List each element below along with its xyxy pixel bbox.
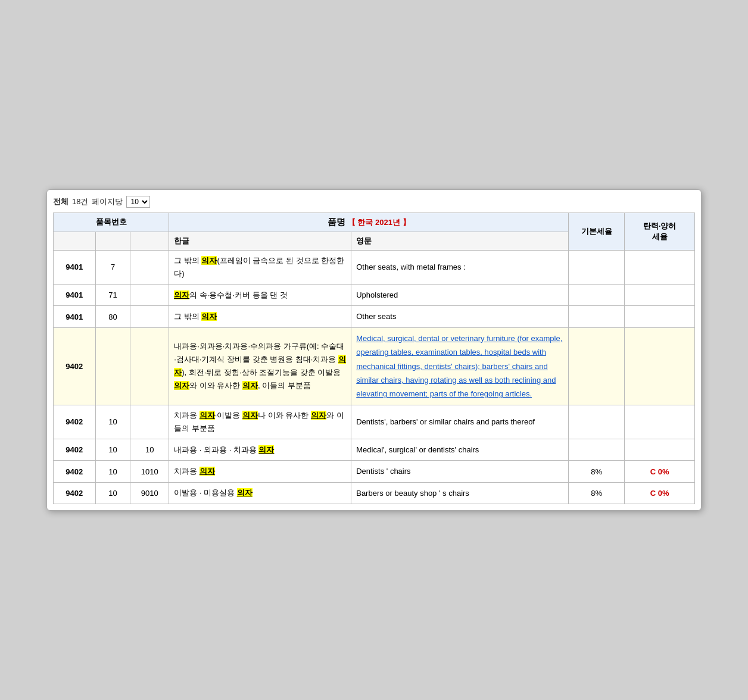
col-sub-code3 — [130, 232, 169, 250]
per-page-label: 페이지당 — [92, 196, 123, 207]
table-row: 94021010내과용 · 외과용 · 치과용 의자Medical', surg… — [54, 439, 695, 460]
code3-cell: 1010 — [130, 461, 169, 482]
code3-cell: 10 — [130, 439, 169, 460]
flex-rate-cell — [625, 439, 695, 460]
code3-cell — [130, 306, 169, 327]
code2-cell: 10 — [95, 439, 130, 460]
table-row: 94017그 밖의 의자(프레임이 금속으로 된 것으로 한정한다)Other … — [54, 250, 695, 284]
base-rate-cell: 8% — [569, 482, 625, 504]
base-rate-cell — [569, 439, 625, 460]
english-cell: Medical', surgical' or dentists' chairs — [351, 439, 569, 460]
english-cell: Dentists', barbers' or similar chairs an… — [351, 405, 569, 439]
english-cell: Dentists ' chairs — [351, 461, 569, 482]
code1-cell: 9401 — [54, 285, 96, 306]
code1-cell: 9402 — [54, 482, 96, 504]
code1-cell: 9401 — [54, 306, 96, 327]
code2-cell: 71 — [95, 285, 130, 306]
english-cell: Other seats, with metal frames : — [351, 250, 569, 284]
table-row: 940210치과용 의자·이발용 의자나 이와 유사한 의자와 이들의 부분품D… — [54, 405, 695, 439]
flex-rate-value: C 0% — [650, 467, 669, 476]
code2-cell: 10 — [95, 482, 130, 504]
col-sub-code2 — [95, 232, 130, 250]
total-label: 전체 — [53, 196, 68, 207]
col-header-item-no: 품목번호 — [54, 212, 169, 232]
base-rate-cell — [569, 405, 625, 439]
toolbar: 전체 18건 페이지당 10 20 50 — [53, 196, 695, 208]
table-row: 9402101010치과용 의자Dentists ' chairs8%C 0% — [54, 461, 695, 482]
flex-rate-cell — [625, 405, 695, 439]
hangul-cell: 그 밖의 의자 — [169, 306, 351, 327]
flex-rate-cell: C 0% — [625, 482, 695, 504]
col-header-base-rate: 기본세율 — [569, 212, 625, 250]
hangul-cell: 내과용·외과용·치과용·수의과용 가구류(예: 수술대·검사대·기계식 장비를 … — [169, 327, 351, 405]
english-cell[interactable]: Medical, surgical, dental or veterinary … — [351, 327, 569, 405]
hangul-cell: 의자의 속·용수철·커버 등을 댄 것 — [169, 285, 351, 306]
flex-rate-cell — [625, 250, 695, 284]
code1-cell: 9401 — [54, 250, 96, 284]
main-table: 품목번호 품명 【 한국 2021년 】 기본세율 탄력·양허세율 한글 영문 … — [53, 212, 695, 504]
flex-rate-cell — [625, 306, 695, 327]
col-header-flex-rate: 탄력·양허세율 — [625, 212, 695, 250]
base-rate-cell — [569, 306, 625, 327]
english-cell: Other seats — [351, 306, 569, 327]
code3-cell: 9010 — [130, 482, 169, 504]
table-row: 940171의자의 속·용수철·커버 등을 댄 것Upholstered — [54, 285, 695, 306]
english-cell: Upholstered — [351, 285, 569, 306]
code2-cell — [95, 327, 130, 405]
code2-cell: 10 — [95, 405, 130, 439]
code1-cell: 9402 — [54, 327, 96, 405]
base-rate-cell — [569, 285, 625, 306]
hangul-cell: 그 밖의 의자(프레임이 금속으로 된 것으로 한정한다) — [169, 250, 351, 284]
per-page-select[interactable]: 10 20 50 — [126, 196, 150, 208]
col-sub-english: 영문 — [351, 232, 569, 250]
flex-rate-cell — [625, 327, 695, 405]
count-label: 18건 — [72, 196, 88, 207]
code1-cell: 9402 — [54, 439, 96, 460]
base-rate-cell — [569, 327, 625, 405]
code3-cell — [130, 405, 169, 439]
flex-rate-cell: C 0% — [625, 461, 695, 482]
flex-rate-value: C 0% — [650, 489, 669, 498]
code2-cell: 7 — [95, 250, 130, 284]
table-row: 940180그 밖의 의자Other seats — [54, 306, 695, 327]
hangul-cell: 내과용 · 외과용 · 치과용 의자 — [169, 439, 351, 460]
english-cell: Barbers or beauty shop ' s chairs — [351, 482, 569, 504]
base-rate-cell: 8% — [569, 461, 625, 482]
code3-cell — [130, 327, 169, 405]
flex-rate-cell — [625, 285, 695, 306]
hangul-cell: 치과용 의자·이발용 의자나 이와 유사한 의자와 이들의 부분품 — [169, 405, 351, 439]
hangul-cell: 이발용 · 미용실용 의자 — [169, 482, 351, 504]
code3-cell — [130, 250, 169, 284]
main-window: 전체 18건 페이지당 10 20 50 품목번호 품명 【 한국 2021년 … — [46, 189, 702, 511]
table-row: 9402내과용·외과용·치과용·수의과용 가구류(예: 수술대·검사대·기계식 … — [54, 327, 695, 405]
col-sub-code1 — [54, 232, 96, 250]
col-header-product-name: 품명 【 한국 2021년 】 — [169, 212, 569, 232]
code2-cell: 80 — [95, 306, 130, 327]
english-link[interactable]: Medical, surgical, dental or veterinary … — [356, 334, 562, 399]
table-row: 9402109010이발용 · 미용실용 의자Barbers or beauty… — [54, 482, 695, 504]
base-rate-cell — [569, 250, 625, 284]
code1-cell: 9402 — [54, 405, 96, 439]
col-sub-hangul: 한글 — [169, 232, 351, 250]
code2-cell: 10 — [95, 461, 130, 482]
code1-cell: 9402 — [54, 461, 96, 482]
hangul-cell: 치과용 의자 — [169, 461, 351, 482]
code3-cell — [130, 285, 169, 306]
